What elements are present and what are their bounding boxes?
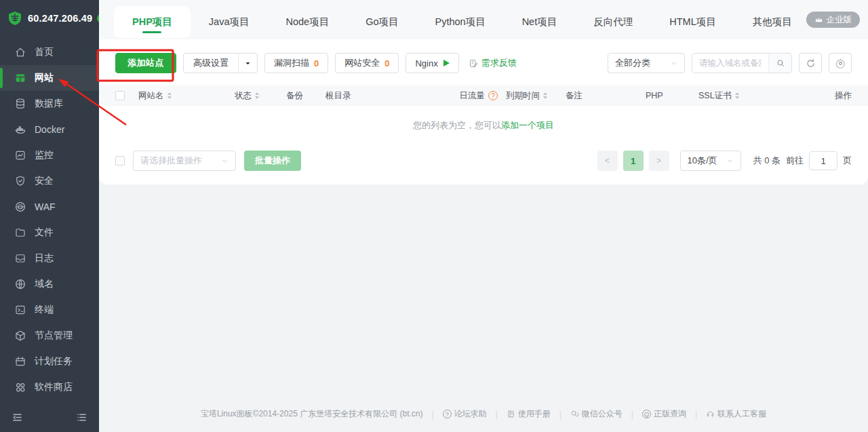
help-icon[interactable]: ? <box>488 91 498 100</box>
tab-python[interactable]: Python项目 <box>416 6 503 38</box>
empty-state: 您的列表为空，您可以添加一个项目 <box>99 106 868 145</box>
next-page-button[interactable]: > <box>649 151 669 171</box>
empty-state-text: 您的列表为空，您可以 <box>413 119 501 132</box>
sidebar-item-node-manage[interactable]: 节点管理 <box>0 323 99 349</box>
page-1-button[interactable]: 1 <box>623 151 644 171</box>
divider: | <box>695 410 697 419</box>
tab-other[interactable]: 其他项目 <box>734 6 810 38</box>
play-icon <box>443 60 450 66</box>
chevron-down-icon <box>221 157 229 165</box>
sidebar-item-home[interactable]: 首页 <box>0 39 99 65</box>
page-size-value: 10条/页 <box>688 155 717 167</box>
sidebar-item-label: 域名 <box>35 278 54 290</box>
vuln-scan-button[interactable]: 漏洞扫描 0 <box>264 53 328 73</box>
sidebar-item-label: Docker <box>35 124 64 135</box>
search-input[interactable] <box>692 54 768 73</box>
tab-html[interactable]: HTML项目 <box>651 6 734 38</box>
sidebar-item-database[interactable]: 数据库 <box>0 91 99 117</box>
settings-button[interactable] <box>829 53 852 73</box>
site-security-button[interactable]: 网站安全 0 <box>335 53 399 73</box>
sidebar-item-label: 软件商店 <box>35 381 73 393</box>
site-toolbar: 添加站点 高级设置 漏洞扫描 0 网站安全 0 Nginx <box>99 39 868 81</box>
goto-page-input[interactable] <box>809 151 837 170</box>
sort-icon[interactable] <box>735 92 739 99</box>
sidebar-item-label: 安全 <box>35 175 54 187</box>
goto-label: 前往 <box>786 155 804 167</box>
copyright-text: 宝塔Linux面板©2014-2025 广东堡塔安全技术有限公司 (bt.cn) <box>201 408 423 420</box>
add-site-button[interactable]: 添加站点 <box>115 53 176 73</box>
headset-icon <box>706 410 715 418</box>
feedback-doc-icon <box>469 58 479 68</box>
chevron-down-icon <box>670 60 677 67</box>
sidebar-item-files[interactable]: 文件 <box>0 220 99 246</box>
divider: | <box>559 410 561 419</box>
sidebar-item-monitor[interactable]: 监控 <box>0 142 99 168</box>
sort-icon[interactable] <box>543 92 547 99</box>
sidebar-item-terminal[interactable]: 终端 <box>0 297 99 323</box>
menu-list-icon[interactable] <box>76 412 87 423</box>
sidebar-item-cron[interactable]: 计划任务 <box>0 349 99 374</box>
site-security-count: 0 <box>384 58 389 68</box>
batch-select-all-checkbox[interactable] <box>115 156 125 165</box>
sidebar-item-waf[interactable]: WAF <box>0 194 99 220</box>
sidebar-item-domain[interactable]: 域名 <box>0 271 99 297</box>
table-header-row: 网站名 状态 备份 根目录 日流量 ? 到期时间 备注 PHP <box>99 85 868 106</box>
category-select[interactable]: 全部分类 <box>608 53 685 73</box>
select-all-checkbox[interactable] <box>115 91 125 100</box>
sidebar-item-label: WAF <box>35 201 56 212</box>
page-size-select[interactable]: 10条/页 <box>680 151 741 171</box>
site-security-label: 网站安全 <box>344 57 380 69</box>
column-header-site-name: 网站名 <box>138 90 164 102</box>
chevron-down-icon <box>726 157 734 165</box>
sort-icon[interactable] <box>255 92 259 99</box>
collapse-sidebar-icon[interactable] <box>12 412 23 423</box>
baota-panel: 60.247.206.49 0 首页 网站 数据库 Docker 监控 <box>0 0 868 432</box>
tab-java[interactable]: Java项目 <box>191 6 268 38</box>
batch-action-row: 请选择批量操作 批量操作 < 1 > 10条/页 共 0 条 前往 <box>99 145 868 184</box>
feedback-link[interactable]: 需求反馈 <box>469 57 517 69</box>
web-server-button[interactable]: Nginx <box>406 53 458 73</box>
advanced-settings-label: 高级设置 <box>184 57 238 69</box>
server-identity[interactable]: 60.247.206.49 0 <box>0 0 99 35</box>
footer-link-wechat[interactable]: 微信公众号 <box>570 408 623 420</box>
column-header-php: PHP <box>646 91 663 100</box>
add-project-link[interactable]: 添加一个项目 <box>501 119 554 132</box>
refresh-button[interactable] <box>799 53 822 73</box>
column-header-note: 备注 <box>566 90 583 102</box>
sidebar-item-logs[interactable]: 日志 <box>0 246 99 271</box>
chevron-down-icon[interactable] <box>238 54 257 73</box>
sidebar-item-docker[interactable]: Docker <box>0 117 99 142</box>
footer-link-forum[interactable]: ? 论坛求助 <box>443 408 487 420</box>
edition-label: 企业版 <box>827 14 852 26</box>
sidebar-item-app-store[interactable]: 软件商店 <box>0 374 99 400</box>
advanced-settings-button[interactable]: 高级设置 <box>183 53 258 73</box>
footer-link-support[interactable]: 联系人工客服 <box>706 408 766 420</box>
column-header-daily-traffic: 日流量 <box>460 90 486 102</box>
edition-badge[interactable]: 企业版 <box>806 12 861 28</box>
tab-net[interactable]: Net项目 <box>504 6 576 38</box>
column-header-action: 操作 <box>835 90 852 102</box>
batch-execute-button[interactable]: 批量操作 <box>244 151 301 171</box>
wechat-icon <box>570 410 579 418</box>
search-icon[interactable] <box>768 54 791 73</box>
sort-icon[interactable] <box>167 92 172 99</box>
sidebar-item-website[interactable]: 网站 <box>0 65 99 91</box>
total-count-text: 共 0 条 <box>753 155 781 167</box>
prev-page-button[interactable]: < <box>597 151 618 171</box>
sidebar-footer <box>0 402 99 432</box>
monitor-chart-icon <box>14 149 26 161</box>
divider: | <box>496 410 498 419</box>
sidebar-item-security[interactable]: 安全 <box>0 168 99 194</box>
footer-link-label: 微信公众号 <box>582 408 623 420</box>
website-icon <box>14 72 26 84</box>
tab-node[interactable]: Node项目 <box>267 6 347 38</box>
gear-icon <box>835 58 846 68</box>
tab-php[interactable]: PHP项目 <box>114 6 191 38</box>
calendar-icon <box>14 355 26 368</box>
batch-action-select[interactable]: 请选择批量操作 <box>133 151 236 171</box>
sidebar-item-label: 监控 <box>35 149 54 161</box>
tab-go[interactable]: Go项目 <box>347 6 416 38</box>
footer-link-manual[interactable]: 使用手册 <box>507 408 551 420</box>
footer-link-genuine-check[interactable]: Q 正版查询 <box>642 408 686 420</box>
tab-reverse-proxy[interactable]: 反向代理 <box>575 6 651 38</box>
